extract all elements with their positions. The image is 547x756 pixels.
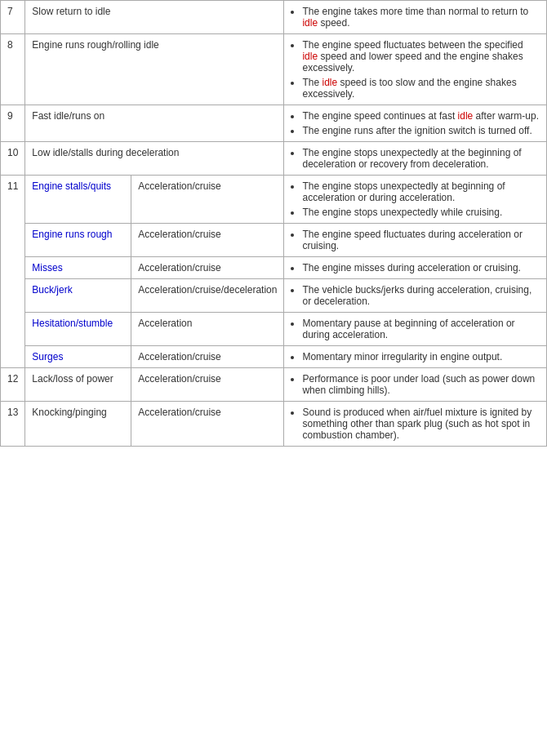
symptom-cell: Engine runs rough/rolling idle bbox=[25, 34, 284, 105]
list-item: The engine speed fluctuates between the … bbox=[302, 39, 540, 73]
row-number: 10 bbox=[1, 142, 25, 176]
symptom-cell: Misses bbox=[25, 257, 131, 279]
symptom-cell: Buck/jerk bbox=[25, 279, 131, 313]
plain-text: The engine takes more time than normal t… bbox=[302, 6, 528, 17]
highlight-text: idle bbox=[458, 110, 474, 122]
list-item: Momentary pause at beginning of accelera… bbox=[302, 318, 540, 340]
list-item: The engine speed fluctuates during accel… bbox=[302, 229, 540, 251]
description-cell: The engine speed continues at fast idle … bbox=[284, 105, 547, 142]
plain-text: Momentary pause at beginning of accelera… bbox=[302, 318, 514, 340]
list-item: The engine runs after the ignition switc… bbox=[302, 125, 540, 136]
symptom-cell: Hesitation/stumble bbox=[25, 313, 131, 346]
list-item: Momentary minor irregularity in engine o… bbox=[302, 351, 540, 362]
plain-text: after warm-up. bbox=[473, 110, 539, 122]
symptom-cell: Low idle/stalls during deceleration bbox=[25, 142, 284, 176]
symptom-cell: Knocking/pinging bbox=[25, 402, 131, 447]
description-cell: Performance is poor under load (such as … bbox=[284, 368, 547, 402]
plain-text: Sound is produced when air/fuel mixture … bbox=[302, 407, 531, 441]
list-item: The engine takes more time than normal t… bbox=[302, 6, 540, 29]
description-cell: The engine stops unexpectedly at the beg… bbox=[284, 142, 547, 176]
condition-cell: Acceleration/cruise/deceleration bbox=[131, 279, 284, 313]
plain-text: The engine speed fluctuates between the … bbox=[302, 39, 523, 51]
row-number: 12 bbox=[1, 368, 25, 402]
list-item: Performance is poor under load (such as … bbox=[302, 373, 540, 396]
description-cell: Sound is produced when air/fuel mixture … bbox=[284, 402, 547, 447]
condition-cell: Acceleration bbox=[131, 313, 284, 346]
plain-text: speed. bbox=[318, 17, 349, 29]
condition-cell: Acceleration/cruise bbox=[131, 346, 284, 368]
description-cell: Momentary minor irregularity in engine o… bbox=[284, 346, 547, 368]
condition-cell: Acceleration/cruise bbox=[131, 224, 284, 257]
condition-cell: Acceleration/cruise bbox=[131, 368, 284, 402]
symptom-cell: Engine stalls/quits bbox=[25, 176, 131, 224]
plain-text: The engine runs after the ignition switc… bbox=[302, 125, 531, 136]
plain-text: The vehicle bucks/jerks during accelerat… bbox=[302, 284, 531, 307]
plain-text: The engine stops unexpectedly at beginni… bbox=[302, 180, 505, 203]
list-item: The engine stops unexpectedly while crui… bbox=[302, 207, 540, 218]
highlight-text: idle bbox=[302, 51, 318, 62]
symptom-cell: Fast idle/runs on bbox=[25, 105, 284, 142]
condition-cell: Acceleration/cruise bbox=[131, 257, 284, 279]
list-item: The engine speed continues at fast idle … bbox=[302, 110, 540, 122]
condition-cell: Acceleration/cruise bbox=[131, 176, 284, 224]
description-cell: The engine takes more time than normal t… bbox=[284, 1, 547, 34]
description-cell: The engine stops unexpectedly at beginni… bbox=[284, 176, 547, 224]
list-item: The idle speed is too slow and the engin… bbox=[302, 77, 540, 100]
description-cell: Momentary pause at beginning of accelera… bbox=[284, 313, 547, 346]
symptom-cell: Surges bbox=[25, 346, 131, 368]
condition-cell: Acceleration/cruise bbox=[131, 402, 284, 447]
row-number: 9 bbox=[1, 105, 25, 142]
list-item: The engine misses during acceleration or… bbox=[302, 262, 540, 273]
plain-text: The engine speed fluctuates during accel… bbox=[302, 229, 523, 251]
description-cell: The engine speed fluctuates during accel… bbox=[284, 224, 547, 257]
row-number: 7 bbox=[1, 1, 25, 34]
description-cell: The engine speed fluctuates between the … bbox=[284, 34, 547, 105]
row-number: 11 bbox=[1, 176, 25, 368]
plain-text: Momentary minor irregularity in engine o… bbox=[302, 351, 502, 362]
plain-text: Performance is poor under load (such as … bbox=[302, 373, 535, 396]
plain-text: speed and lower speed and the engine sha… bbox=[302, 51, 523, 73]
list-item: The engine stops unexpectedly at beginni… bbox=[302, 180, 540, 203]
highlight-text: idle bbox=[302, 17, 318, 29]
highlight-text: idle bbox=[322, 77, 337, 88]
description-cell: The vehicle bucks/jerks during accelerat… bbox=[284, 279, 547, 313]
plain-text: The bbox=[302, 77, 322, 88]
plain-text: The engine speed continues at fast bbox=[302, 110, 457, 122]
symptom-cell: Engine runs rough bbox=[25, 224, 131, 257]
row-number: 8 bbox=[1, 34, 25, 105]
row-number: 13 bbox=[1, 402, 25, 447]
description-cell: The engine misses during acceleration or… bbox=[284, 257, 547, 279]
symptom-cell: Lack/loss of power bbox=[25, 368, 131, 402]
plain-text: The engine misses during acceleration or… bbox=[302, 262, 520, 273]
list-item: Sound is produced when air/fuel mixture … bbox=[302, 407, 540, 441]
list-item: The vehicle bucks/jerks during accelerat… bbox=[302, 284, 540, 307]
list-item: The engine stops unexpectedly at the beg… bbox=[302, 147, 540, 170]
plain-text: The engine stops unexpectedly at the beg… bbox=[302, 147, 521, 170]
plain-text: The engine stops unexpectedly while crui… bbox=[302, 207, 502, 218]
symptom-cell: Slow return to idle bbox=[25, 1, 284, 34]
